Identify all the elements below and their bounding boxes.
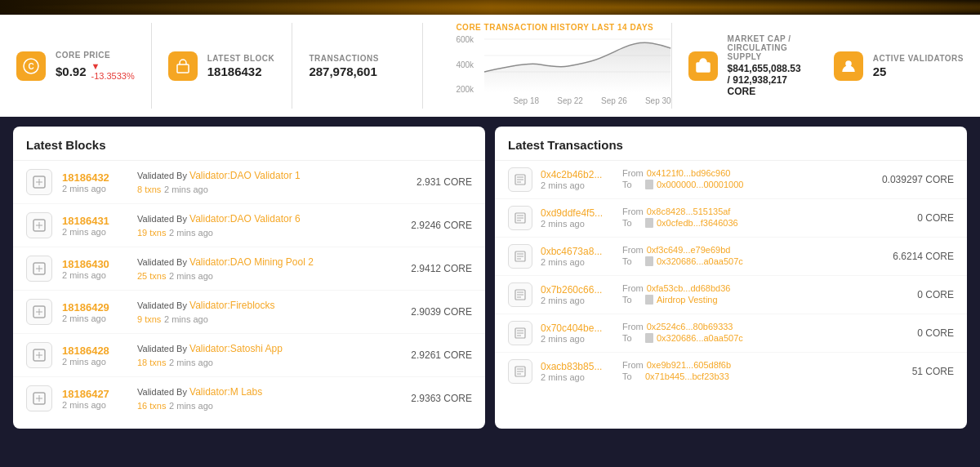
txn-info: 18 txns 2 mins ago <box>137 356 401 368</box>
tx-hash[interactable]: 0xd9ddfe4f5... <box>541 207 614 219</box>
block-reward: 2.9412 CORE <box>411 263 472 274</box>
validator-name[interactable]: Validator:Satoshi App <box>189 343 283 354</box>
block-info: Validated By Validator:Fireblocks 9 txns… <box>137 300 401 325</box>
chart-wrap: 600k 400k 200k <box>456 35 670 109</box>
block-number[interactable]: 18186427 <box>62 388 127 400</box>
chart-svg <box>484 35 670 92</box>
market-cap-stat: MARKET CAP / CIRCULATING SUPPLY $841,655… <box>671 23 817 109</box>
tx-hash-group: 0x70c404be... 2 mins ago <box>541 322 614 344</box>
block-icon <box>26 256 52 282</box>
market-cap-value: $841,655,088.53 / 912,938,217 CORE <box>728 63 801 97</box>
tx-doc-icon <box>645 295 653 305</box>
txn-suffix: 2 mins ago <box>169 228 213 238</box>
core-price-label: CORE PRICE <box>56 51 135 60</box>
validator-name[interactable]: Validator:DAO Validator 6 <box>189 213 301 225</box>
tx-time: 2 mins ago <box>541 219 614 229</box>
tx-from-addr[interactable]: 0xfa53cb...dd68bd36 <box>647 283 731 293</box>
tx-icon <box>508 321 532 345</box>
tx-time: 2 mins ago <box>541 334 614 344</box>
validated-by: Validated By Validator:M Labs <box>137 386 401 398</box>
tx-amount: 0.039297 CORE <box>882 174 954 185</box>
tx-from-addr[interactable]: 0x2524c6...80b69333 <box>647 322 733 331</box>
tx-addresses: From 0x8c8428...515135af To 0x0cfedb...f… <box>622 207 880 229</box>
tx-hash-group: 0x7b260c66... 2 mins ago <box>541 284 614 305</box>
validated-by: Validated By Validator:DAO Validator 6 <box>137 213 401 225</box>
tx-to-addr[interactable]: Airdrop Vesting <box>657 295 718 305</box>
latest-block-icon <box>168 51 198 81</box>
tx-hash[interactable]: 0x4c2b46b2... <box>541 169 614 180</box>
txn-count[interactable]: 16 txns <box>137 401 166 411</box>
tx-addresses: From 0x4121f0...bd96c960 To 0x000000...0… <box>622 168 874 191</box>
tx-time: 2 mins ago <box>541 296 614 305</box>
active-validators-icon <box>834 51 863 81</box>
tx-hash[interactable]: 0xbc4673a8... <box>541 246 614 257</box>
tx-from-addr[interactable]: 0xf3c649...e79e69bd <box>647 245 731 255</box>
txn-count[interactable]: 18 txns <box>137 358 166 367</box>
tx-to: To 0x320686...a0aa507c <box>622 333 880 343</box>
txn-count[interactable]: 19 txns <box>137 228 166 238</box>
tx-hash[interactable]: 0x7b260c66... <box>541 284 614 296</box>
tx-amount: 0 CORE <box>889 289 954 300</box>
core-price-change: ▼ -13.3533% <box>91 61 135 81</box>
tx-to: To 0x320686...a0aa507c <box>622 256 880 266</box>
tx-amount: 0 CORE <box>889 327 954 339</box>
block-number[interactable]: 18186431 <box>62 215 127 227</box>
tx-addresses: From 0xfa53cb...dd68bd36 To Airdrop Vest… <box>622 283 880 306</box>
tx-to-addr[interactable]: 0x71b445...bcf23b33 <box>645 371 729 381</box>
block-row: 18186427 2 mins ago Validated By Validat… <box>13 377 485 420</box>
block-info: Validated By Validator:Satoshi App 18 tx… <box>137 343 401 368</box>
block-number[interactable]: 18186430 <box>62 258 127 270</box>
tx-to-addr[interactable]: 0x320686...a0aa507c <box>657 256 743 266</box>
txn-info: 16 txns 2 mins ago <box>137 399 401 411</box>
svg-rect-2 <box>177 64 189 73</box>
txn-suffix: 2 mins ago <box>164 314 208 324</box>
block-icon <box>26 212 52 238</box>
tx-to-addr[interactable]: 0x320686...a0aa507c <box>657 333 743 343</box>
txn-count[interactable]: 8 txns <box>137 185 161 194</box>
market-cap-icon <box>688 51 718 81</box>
validator-name[interactable]: Validator:DAO Mining Pool 2 <box>189 256 314 268</box>
block-number-group: 18186427 2 mins ago <box>62 388 127 410</box>
txn-suffix: 2 mins ago <box>164 185 208 194</box>
validator-name[interactable]: Validator:DAO Validator 1 <box>189 170 301 181</box>
tx-from: From 0x2524c6...80b69333 <box>622 322 880 331</box>
tx-row: 0xacb83b85... 2 mins ago From 0xe9b921..… <box>495 353 967 390</box>
chart-title: Core TRANSACTION HISTORY LAST 14 DAYS <box>456 23 670 32</box>
block-row: 18186429 2 mins ago Validated By Validat… <box>13 291 485 334</box>
block-number-group: 18186428 2 mins ago <box>62 345 127 367</box>
tx-from: From 0x4121f0...bd96c960 <box>622 168 874 178</box>
block-icon <box>26 299 52 325</box>
tx-to-addr[interactable]: 0x0cfedb...f3646036 <box>657 218 738 228</box>
tx-from-addr[interactable]: 0xe9b921...605d8f6b <box>647 360 731 370</box>
block-number-group: 18186429 2 mins ago <box>62 301 127 323</box>
tx-hash[interactable]: 0x70c404be... <box>541 322 614 334</box>
latest-block-label: LATEST BLOCK <box>207 54 274 63</box>
tx-row: 0x7b260c66... 2 mins ago From 0xfa53cb..… <box>495 276 967 314</box>
txn-count[interactable]: 25 txns <box>137 271 166 281</box>
latest-blocks-panel: Latest Blocks 18186432 2 mins ago Valida… <box>13 127 485 429</box>
tx-to-addr[interactable]: 0x000000...00001000 <box>657 180 743 189</box>
block-time: 2 mins ago <box>62 400 127 410</box>
tx-doc-icon <box>645 218 653 228</box>
block-number[interactable]: 18186432 <box>62 171 127 184</box>
tx-from: From 0xf3c649...e79e69bd <box>622 245 880 255</box>
validator-name[interactable]: Validator:M Labs <box>189 386 262 398</box>
tx-from-addr[interactable]: 0x8c8428...515135af <box>647 207 731 216</box>
validator-name[interactable]: Validator:Fireblocks <box>189 300 274 311</box>
block-number[interactable]: 18186429 <box>62 301 127 314</box>
block-info: Validated By Validator:DAO Validator 1 8… <box>137 170 407 195</box>
tx-row: 0x4c2b46b2... 2 mins ago From 0x4121f0..… <box>495 161 967 199</box>
top-banner <box>0 0 980 15</box>
tx-from-addr[interactable]: 0x4121f0...bd96c960 <box>647 168 731 178</box>
tx-to: To Airdrop Vesting <box>622 295 880 305</box>
txn-info: 19 txns 2 mins ago <box>137 226 401 238</box>
block-time: 2 mins ago <box>62 184 127 193</box>
block-number[interactable]: 18186428 <box>62 345 127 357</box>
svg-text:C: C <box>28 62 33 71</box>
tx-hash[interactable]: 0xacb83b85... <box>541 361 614 372</box>
tx-icon <box>508 244 532 269</box>
tx-doc-icon <box>645 180 653 189</box>
txn-count[interactable]: 9 txns <box>137 314 161 324</box>
latest-transactions-panel: Latest Transactions 0x4c2b46b2... 2 mins… <box>495 127 967 429</box>
core-price-icon: C <box>16 51 46 81</box>
